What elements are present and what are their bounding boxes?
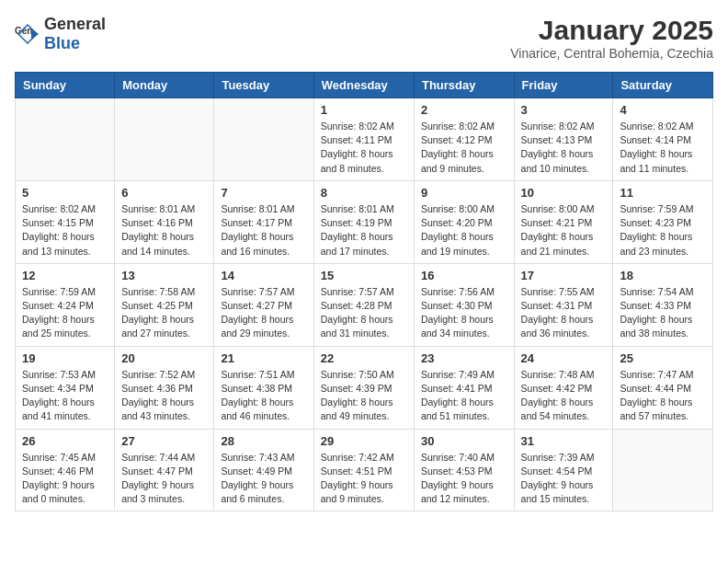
weekday-header-monday: Monday [115, 73, 214, 98]
calendar-week-row: 12Sunrise: 7:59 AMSunset: 4:24 PMDayligh… [16, 263, 713, 346]
day-info: Sunrise: 8:02 AMSunset: 4:11 PMDaylight:… [321, 120, 407, 176]
calendar-cell: 9Sunrise: 8:00 AMSunset: 4:20 PMDaylight… [414, 180, 514, 263]
day-info: Sunrise: 8:02 AMSunset: 4:12 PMDaylight:… [421, 120, 507, 176]
day-number: 28 [221, 434, 306, 448]
calendar-cell: 6Sunrise: 8:01 AMSunset: 4:16 PMDaylight… [115, 180, 214, 263]
day-info: Sunrise: 7:55 AMSunset: 4:31 PMDaylight:… [521, 285, 607, 341]
day-info: Sunrise: 7:57 AMSunset: 4:28 PMDaylight:… [321, 285, 407, 341]
calendar-cell [16, 98, 115, 181]
day-number: 24 [521, 351, 607, 365]
day-info: Sunrise: 8:00 AMSunset: 4:21 PMDaylight:… [521, 202, 607, 259]
calendar-cell: 10Sunrise: 8:00 AMSunset: 4:21 PMDayligh… [514, 180, 613, 263]
calendar-cell: 21Sunrise: 7:51 AMSunset: 4:38 PMDayligh… [214, 346, 313, 429]
month-title: January 2025 [510, 15, 713, 46]
day-info: Sunrise: 7:56 AMSunset: 4:30 PMDaylight:… [421, 285, 507, 341]
calendar-cell [613, 429, 713, 511]
day-number: 14 [221, 269, 306, 282]
day-info: Sunrise: 7:57 AMSunset: 4:27 PMDaylight:… [221, 285, 306, 341]
day-number: 11 [620, 186, 706, 200]
day-number: 30 [421, 434, 507, 448]
logo-text: General Blue [44, 15, 106, 53]
day-number: 5 [22, 186, 108, 200]
calendar-cell: 30Sunrise: 7:40 AMSunset: 4:53 PMDayligh… [414, 429, 514, 511]
weekday-header-saturday: Saturday [613, 73, 713, 98]
day-info: Sunrise: 7:54 AMSunset: 4:33 PMDaylight:… [620, 285, 706, 341]
calendar-cell: 19Sunrise: 7:53 AMSunset: 4:34 PMDayligh… [16, 346, 115, 429]
day-info: Sunrise: 7:49 AMSunset: 4:41 PMDaylight:… [421, 368, 507, 424]
calendar-cell: 8Sunrise: 8:01 AMSunset: 4:19 PMDaylight… [313, 180, 414, 263]
logo-general: General [44, 15, 106, 33]
day-info: Sunrise: 7:59 AMSunset: 4:24 PMDaylight:… [22, 285, 108, 341]
weekday-header-thursday: Thursday [414, 73, 514, 98]
weekday-header-row: SundayMondayTuesdayWednesdayThursdayFrid… [16, 73, 713, 98]
calendar-cell: 2Sunrise: 8:02 AMSunset: 4:12 PMDaylight… [414, 98, 514, 181]
day-number: 29 [321, 434, 407, 448]
day-number: 6 [121, 186, 207, 200]
day-number: 22 [321, 351, 407, 365]
day-info: Sunrise: 7:48 AMSunset: 4:42 PMDaylight:… [521, 368, 607, 424]
calendar-cell: 16Sunrise: 7:56 AMSunset: 4:30 PMDayligh… [414, 263, 514, 346]
day-info: Sunrise: 7:50 AMSunset: 4:39 PMDaylight:… [321, 368, 407, 424]
calendar-cell: 29Sunrise: 7:42 AMSunset: 4:51 PMDayligh… [313, 429, 414, 511]
day-info: Sunrise: 7:43 AMSunset: 4:49 PMDaylight:… [221, 451, 306, 507]
day-number: 2 [421, 103, 507, 117]
day-number: 27 [121, 434, 207, 448]
day-number: 19 [22, 351, 108, 365]
day-info: Sunrise: 7:52 AMSunset: 4:36 PMDaylight:… [121, 368, 207, 424]
day-info: Sunrise: 7:58 AMSunset: 4:25 PMDaylight:… [121, 285, 207, 341]
calendar-cell: 23Sunrise: 7:49 AMSunset: 4:41 PMDayligh… [414, 346, 514, 429]
day-info: Sunrise: 7:45 AMSunset: 4:46 PMDaylight:… [22, 451, 108, 507]
location: Vinarice, Central Bohemia, Czechia [510, 46, 713, 61]
day-info: Sunrise: 8:02 AMSunset: 4:14 PMDaylight:… [620, 120, 706, 176]
day-number: 31 [521, 434, 607, 448]
calendar-cell: 15Sunrise: 7:57 AMSunset: 4:28 PMDayligh… [313, 263, 414, 346]
weekday-header-sunday: Sunday [16, 73, 115, 98]
calendar-cell: 12Sunrise: 7:59 AMSunset: 4:24 PMDayligh… [16, 263, 115, 346]
day-number: 20 [121, 351, 207, 365]
weekday-header-wednesday: Wednesday [313, 73, 414, 98]
calendar-week-row: 5Sunrise: 8:02 AMSunset: 4:15 PMDaylight… [16, 180, 713, 263]
calendar-cell: 20Sunrise: 7:52 AMSunset: 4:36 PMDayligh… [115, 346, 214, 429]
calendar-week-row: 26Sunrise: 7:45 AMSunset: 4:46 PMDayligh… [16, 429, 713, 511]
calendar-cell: 17Sunrise: 7:55 AMSunset: 4:31 PMDayligh… [514, 263, 613, 346]
logo-icon: Gen [15, 21, 40, 47]
day-number: 10 [521, 186, 607, 200]
day-number: 15 [321, 269, 407, 282]
calendar-cell: 22Sunrise: 7:50 AMSunset: 4:39 PMDayligh… [313, 346, 414, 429]
page-header: Gen General Blue January 2025 Vinarice, … [15, 15, 713, 61]
day-number: 17 [521, 269, 607, 282]
calendar-cell: 4Sunrise: 8:02 AMSunset: 4:14 PMDaylight… [613, 98, 713, 181]
calendar-cell: 3Sunrise: 8:02 AMSunset: 4:13 PMDaylight… [514, 98, 613, 181]
day-number: 3 [521, 103, 607, 117]
title-block: January 2025 Vinarice, Central Bohemia, … [510, 15, 713, 61]
day-info: Sunrise: 7:53 AMSunset: 4:34 PMDaylight:… [22, 368, 108, 424]
calendar-cell: 25Sunrise: 7:47 AMSunset: 4:44 PMDayligh… [613, 346, 713, 429]
day-info: Sunrise: 8:02 AMSunset: 4:15 PMDaylight:… [22, 202, 108, 259]
day-number: 13 [121, 269, 207, 282]
calendar-cell [214, 98, 313, 181]
day-number: 8 [321, 186, 407, 200]
calendar-cell: 5Sunrise: 8:02 AMSunset: 4:15 PMDaylight… [16, 180, 115, 263]
day-info: Sunrise: 8:01 AMSunset: 4:16 PMDaylight:… [121, 202, 207, 259]
day-info: Sunrise: 7:51 AMSunset: 4:38 PMDaylight:… [221, 368, 306, 424]
calendar-cell [115, 98, 214, 181]
day-info: Sunrise: 7:40 AMSunset: 4:53 PMDaylight:… [421, 451, 507, 507]
calendar-cell: 28Sunrise: 7:43 AMSunset: 4:49 PMDayligh… [214, 429, 313, 511]
calendar-cell: 11Sunrise: 7:59 AMSunset: 4:23 PMDayligh… [613, 180, 713, 263]
day-number: 9 [421, 186, 507, 200]
day-info: Sunrise: 7:47 AMSunset: 4:44 PMDaylight:… [620, 368, 706, 424]
logo-blue: Blue [44, 34, 80, 52]
day-number: 26 [22, 434, 108, 448]
day-info: Sunrise: 7:44 AMSunset: 4:47 PMDaylight:… [121, 451, 207, 507]
weekday-header-tuesday: Tuesday [214, 73, 313, 98]
calendar-week-row: 19Sunrise: 7:53 AMSunset: 4:34 PMDayligh… [16, 346, 713, 429]
day-info: Sunrise: 8:01 AMSunset: 4:17 PMDaylight:… [221, 202, 306, 259]
calendar-cell: 13Sunrise: 7:58 AMSunset: 4:25 PMDayligh… [115, 263, 214, 346]
day-number: 7 [221, 186, 306, 200]
calendar-cell: 18Sunrise: 7:54 AMSunset: 4:33 PMDayligh… [613, 263, 713, 346]
calendar-cell: 24Sunrise: 7:48 AMSunset: 4:42 PMDayligh… [514, 346, 613, 429]
day-info: Sunrise: 8:02 AMSunset: 4:13 PMDaylight:… [521, 120, 607, 176]
day-number: 25 [620, 351, 706, 365]
day-info: Sunrise: 8:00 AMSunset: 4:20 PMDaylight:… [421, 202, 507, 259]
calendar-table: SundayMondayTuesdayWednesdayThursdayFrid… [15, 72, 713, 511]
